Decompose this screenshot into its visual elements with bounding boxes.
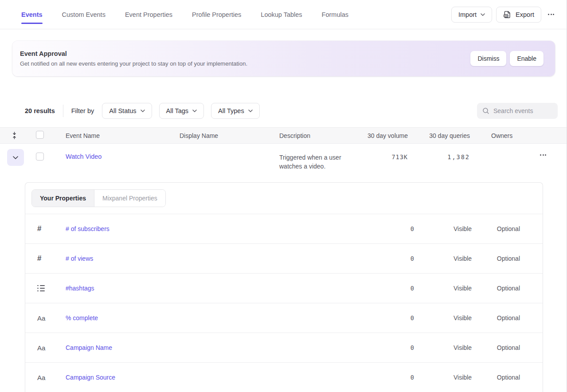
properties-segmented-control: Your Properties Mixpanel Properties <box>31 189 166 207</box>
tab-lookup-tables[interactable]: Lookup Tables <box>261 0 302 29</box>
collapse-vertical-icon <box>12 132 17 139</box>
import-button[interactable]: Import <box>451 7 492 23</box>
nav-actions: Import csv Export <box>451 7 557 23</box>
property-name-link[interactable]: # of subscribers <box>66 225 336 232</box>
property-name-link[interactable]: Campaign Source <box>66 374 336 381</box>
svg-text:csv: csv <box>504 15 508 17</box>
event-properties-panel: Your Properties Mixpanel Properties # # … <box>25 182 543 392</box>
chevron-down-icon <box>192 110 197 112</box>
tab-events[interactable]: Events <box>21 0 43 29</box>
property-name-link[interactable]: Campaign Name <box>66 344 336 351</box>
property-requirement: Optional <box>497 344 520 351</box>
property-visibility: Visible <box>454 374 472 381</box>
banner-text: Event Approval Get notified on all new e… <box>20 50 470 67</box>
property-row: # # of subscribers 0 Visible Optional <box>25 214 543 244</box>
collapse-all-button[interactable] <box>12 132 17 139</box>
col-display-name: Display Name <box>180 132 279 139</box>
property-visibility: Visible <box>454 255 472 262</box>
property-requirement: Optional <box>497 225 520 232</box>
col-description: Description <box>279 132 364 139</box>
property-requirement: Optional <box>497 255 520 262</box>
chevron-down-icon <box>481 13 485 16</box>
enable-button[interactable]: Enable <box>510 51 544 66</box>
search-box <box>477 103 558 119</box>
status-filter-label: All Status <box>109 107 136 114</box>
property-visibility: Visible <box>454 344 472 351</box>
export-button-label: Export <box>516 11 534 18</box>
list-icon <box>37 285 45 292</box>
property-visibility: Visible <box>454 314 472 321</box>
dismiss-button[interactable]: Dismiss <box>470 51 506 66</box>
tab-formulas[interactable]: Formulas <box>322 0 348 29</box>
number-property-icon-cell: # <box>25 254 66 263</box>
text-icon: Aa <box>37 344 45 352</box>
number-icon: # <box>37 254 41 263</box>
chevron-down-icon <box>13 156 18 159</box>
property-row: Aa Campaign Name 0 Visible Optional <box>25 333 543 363</box>
col-owners: Owners <box>470 132 528 139</box>
event-name-link[interactable]: Watch Video <box>66 144 180 160</box>
property-row: Aa % complete 0 Visible Optional <box>25 303 543 333</box>
banner-actions: Dismiss Enable <box>470 51 544 66</box>
property-name-link[interactable]: # of views <box>66 255 336 262</box>
status-filter-dropdown[interactable]: All Status <box>102 103 152 119</box>
banner-description: Get notified on all new events entering … <box>20 60 470 67</box>
text-icon: Aa <box>37 314 45 322</box>
property-requirement: Optional <box>497 314 520 321</box>
row-checkbox[interactable] <box>36 153 44 161</box>
event-volume: 713K <box>391 144 408 161</box>
top-nav: Events Custom Events Event Properties Pr… <box>0 0 567 29</box>
collapse-row-button[interactable] <box>7 149 24 166</box>
chevron-down-icon <box>141 110 145 112</box>
col-event-name: Event Name <box>66 132 180 139</box>
ellipsis-icon <box>540 154 546 156</box>
export-button[interactable]: csv Export <box>496 7 541 23</box>
property-row: #hashtags 0 Visible Optional <box>25 274 543 303</box>
search-input[interactable] <box>493 107 551 114</box>
lexicon-events-page: Events Custom Events Event Properties Pr… <box>0 0 567 392</box>
row-more-options-button[interactable] <box>540 154 567 156</box>
tab-profile-properties[interactable]: Profile Properties <box>192 0 241 29</box>
events-table-header: Event Name Display Name Description 30 d… <box>0 127 567 144</box>
import-button-label: Import <box>458 11 477 18</box>
tags-filter-dropdown[interactable]: All Tags <box>159 103 204 119</box>
ellipsis-icon <box>548 14 554 15</box>
event-row-watch-video: Watch Video Triggered when a user watche… <box>0 144 567 182</box>
filter-bar: 20 results Filter by All Status All Tags… <box>25 103 558 119</box>
types-filter-label: All Types <box>218 107 244 114</box>
select-all-cell <box>28 131 66 140</box>
filter-by-label: Filter by <box>71 107 94 114</box>
tab-mixpanel-properties[interactable]: Mixpanel Properties <box>94 190 165 207</box>
text-property-icon-cell: Aa <box>25 344 66 352</box>
property-name-link[interactable]: #hashtags <box>66 285 336 292</box>
col-30-day-queries: 30 day queries <box>429 132 470 139</box>
property-requirement: Optional <box>497 374 520 381</box>
text-property-icon-cell: Aa <box>25 374 66 381</box>
number-property-icon-cell: # <box>25 224 66 233</box>
col-30-day-volume: 30 day volume <box>368 132 408 139</box>
property-name-link[interactable]: % complete <box>66 314 336 321</box>
tab-your-properties[interactable]: Your Properties <box>32 190 94 207</box>
filter-dropdowns: All Status All Tags All Types <box>102 103 259 119</box>
number-icon: # <box>37 224 41 233</box>
property-visibility: Visible <box>454 285 472 292</box>
results-count: 20 results <box>25 107 55 114</box>
property-row: # # of views 0 Visible Optional <box>25 244 543 274</box>
select-all-checkbox[interactable] <box>36 131 44 139</box>
banner-title: Event Approval <box>20 50 470 57</box>
tab-event-properties[interactable]: Event Properties <box>125 0 172 29</box>
search-icon <box>482 107 489 114</box>
row-checkbox-cell <box>28 144 66 162</box>
tab-custom-events[interactable]: Custom Events <box>62 0 106 29</box>
event-approval-banner: Event Approval Get notified on all new e… <box>12 41 555 76</box>
more-options-button[interactable] <box>545 7 557 23</box>
property-volume: 0 <box>411 225 414 232</box>
types-filter-dropdown[interactable]: All Types <box>211 103 260 119</box>
property-volume: 0 <box>411 344 414 351</box>
tags-filter-label: All Tags <box>166 107 189 114</box>
property-requirement: Optional <box>497 285 520 292</box>
event-queries: 1,382 <box>447 144 470 161</box>
nav-tabs: Events Custom Events Event Properties Pr… <box>21 0 451 29</box>
property-volume: 0 <box>411 374 414 381</box>
list-property-icon-cell <box>25 285 66 292</box>
